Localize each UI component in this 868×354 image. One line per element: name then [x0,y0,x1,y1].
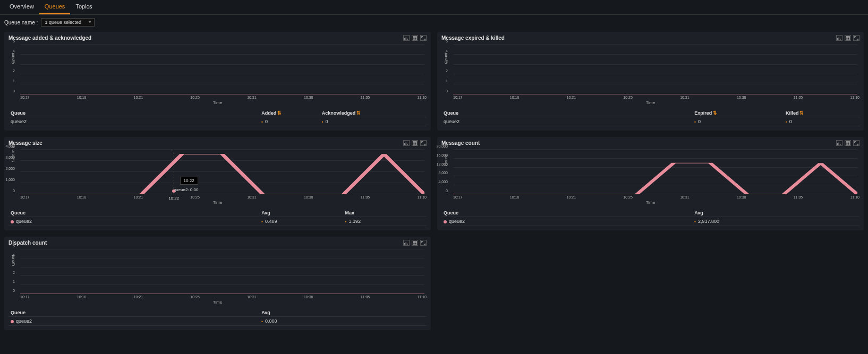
legend-table: QueueAdded⇅Acknowledged⇅queue200 [8,109,427,126]
tab-topics[interactable]: Topics [70,1,97,14]
legend-col: Avg [692,209,860,217]
chart-line [453,45,857,94]
legend-queue: queue2 [441,117,692,126]
x-axis-label: Time [8,200,427,205]
chart-area[interactable]: Count 012345 [20,249,424,294]
legend-table: QueueExpired⇅Killed⇅queue200 [441,109,860,126]
legend-table: QueueAvgqueue20.000 [8,309,427,326]
panel-icon-group [836,35,860,41]
sort-icon[interactable]: ⇅ [799,110,804,116]
legend-col: Queue [8,209,259,217]
x-axis-label: Time [441,200,860,205]
legend-value: 3.392 [343,217,427,226]
legend-queue: queue2 [8,317,259,326]
legend-value: 0.000 [259,317,427,326]
panel-expand-icon[interactable] [420,240,427,246]
legend-row: queue200 [441,117,860,126]
legend-col: Max [343,209,427,217]
legend-col: Acknowledged⇅ [320,109,427,117]
legend-col: Queue [8,309,259,317]
nav-tabs: Overview Queues Topics [0,0,868,15]
legend-col: Killed⇅ [784,109,860,117]
legend-row: queue20.4893.392 [8,217,427,226]
queue-name-label: Queue name : [4,20,38,25]
panel-expand-icon[interactable] [420,35,427,41]
x-ticks: 10:1710:1810:2110:2510:3110:3811:0511:10 [453,96,860,99]
x-axis-label: Time [8,100,427,105]
tab-queues[interactable]: Queues [39,1,71,14]
legend-col: Queue [441,209,692,217]
tooltip: 10:22 [180,177,198,185]
panel-chart-icon[interactable] [836,140,843,146]
panel-table-icon[interactable] [412,240,418,246]
legend-value: 0.489 [259,217,343,226]
panel-icon-group [403,240,427,246]
panel-title: Message expired & killed [441,35,505,41]
legend-row: queue200 [8,117,427,126]
panel-chart-icon[interactable] [403,140,410,146]
legend-col: Queue [441,109,692,117]
panel-message-added-ack: Message added & acknowledged Count 01234… [4,32,431,131]
chart-line [20,249,424,294]
legend-col: Avg [259,309,427,317]
x-axis-label: Time [8,300,427,305]
legend-table: QueueAvgMaxqueue20.4893.392 [8,209,427,226]
panel-message-count: Message count Count 04,0008,00012,00016,… [437,137,864,230]
chart-line [453,150,857,194]
legend-value: 0 [259,117,320,126]
chart-area[interactable]: Count 012345 [20,44,424,94]
panel-expand-icon[interactable] [853,140,860,146]
panel-chart-icon[interactable] [403,240,410,246]
panel-chart-icon[interactable] [403,35,410,41]
legend-row: queue22,937.800 [441,217,860,226]
panel-icon-group [403,140,427,146]
legend-row: queue20.000 [8,317,427,326]
panel-chart-icon[interactable] [836,35,843,41]
panel-expand-icon[interactable] [853,35,860,41]
sort-icon[interactable]: ⇅ [356,110,361,116]
tooltip-value: queue2: 0.00 [174,187,199,192]
legend-table: QueueAvgqueue22,937.800 [441,209,860,226]
panel-expand-icon[interactable] [420,140,427,146]
legend-queue: queue2 [8,217,259,226]
legend-col: Queue [8,109,259,117]
panel-message-size: Message size Size in KB 01,0002,0003,000… [4,137,431,230]
legend-col: Expired⇅ [692,109,784,117]
sort-icon[interactable]: ⇅ [277,110,282,116]
queue-name-select[interactable]: 1 queue selected [41,18,95,27]
x-ticks: 10:1710:1810:2110:2510:3110:3811:0511:10 [453,195,860,199]
panel-icon-group [836,140,860,146]
tooltip-xtick: 10:22 [168,196,179,201]
chart-line [20,45,424,94]
legend-value: 0 [320,117,427,126]
legend-col: Added⇅ [259,109,320,117]
panel-table-icon[interactable] [412,140,418,146]
chart-area[interactable]: Count 04,0008,00012,00016,00020,000 [453,149,857,194]
chart-area[interactable]: Size in KB 01,0002,0003,0004,000 10:22 q… [20,149,424,194]
legend-queue: queue2 [441,217,692,226]
legend-col: Avg [259,209,343,217]
panel-dispatch-count: Dispatch count Count 012345 10:1710:1810… [4,237,431,330]
legend-value: 0 [692,117,784,126]
legend-queue: queue2 [8,117,259,126]
x-axis-label: Time [441,100,860,105]
panel-table-icon[interactable] [845,140,851,146]
panel-table-icon[interactable] [412,35,418,41]
panel-icon-group [403,35,427,41]
chart-line [20,150,424,194]
x-ticks: 10:1710:1810:2110:2510:3110:3811:0511:10 [20,295,427,299]
panel-table-icon[interactable] [845,35,851,41]
legend-value: 2,937.800 [692,217,860,226]
legend-value: 0 [784,117,860,126]
x-ticks: 10:1710:1810:2110:2510:3110:3811:0511:10 [20,195,427,199]
panel-title: Message added & acknowledged [8,35,91,41]
sort-icon[interactable]: ⇅ [713,110,717,116]
x-ticks: 10:1710:1810:2110:2510:3110:3811:0511:10 [20,96,427,99]
filter-bar: Queue name : 1 queue selected [0,15,868,30]
panel-message-expired-killed: Message expired & killed Count 012345 10… [437,32,864,131]
chart-area[interactable]: Count 012345 [453,44,857,94]
tab-overview[interactable]: Overview [4,1,39,14]
